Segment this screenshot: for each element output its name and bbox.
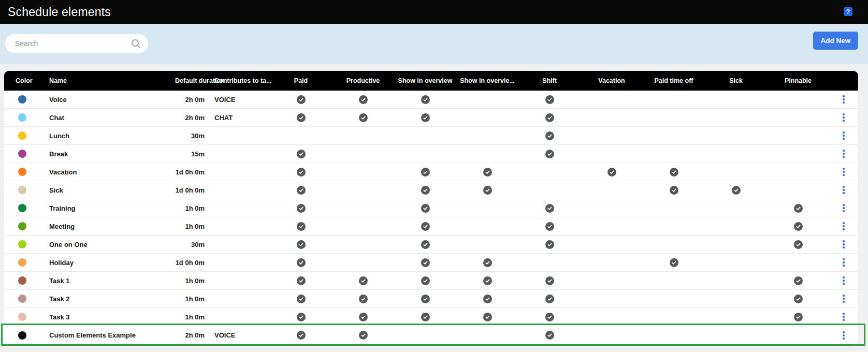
checkmark-icon <box>670 168 678 177</box>
flag-cell-paid <box>270 331 332 340</box>
color-cell <box>4 131 35 140</box>
row-menu-kebab-icon[interactable] <box>840 202 848 214</box>
element-color-dot <box>18 168 26 176</box>
row-menu-kebab-icon[interactable] <box>840 93 848 106</box>
flag-cell-shift <box>518 294 581 303</box>
checkmark-icon <box>483 258 492 267</box>
help-icon[interactable]: ? <box>844 7 852 16</box>
checkmark-icon <box>421 204 430 213</box>
contributes-to-tag: VOICE <box>205 96 270 104</box>
row-actions-cell <box>829 256 858 269</box>
table-row[interactable]: Chat2h 0mCHAT <box>4 109 858 127</box>
table-row[interactable]: Task 31h 0m <box>4 308 858 326</box>
checkmark-icon <box>483 313 492 321</box>
checkmark-icon <box>297 186 306 195</box>
row-menu-kebab-icon[interactable] <box>840 238 848 251</box>
table-row[interactable]: Lunch30m <box>4 127 858 145</box>
table-row[interactable]: Custom Elements Example2h 0mVOICE <box>4 326 858 344</box>
flag-cell-productive <box>332 294 394 303</box>
column-header-paid: Paid <box>270 77 332 84</box>
flag-cell-show-in-overvie <box>456 167 518 176</box>
row-actions-cell <box>829 166 858 178</box>
checkmark-icon <box>794 222 803 231</box>
column-header-name: Name <box>35 77 175 84</box>
checkmark-icon <box>297 95 306 104</box>
color-cell <box>4 186 35 195</box>
color-cell <box>4 331 35 340</box>
table-row[interactable]: Task 11h 0m <box>4 272 858 290</box>
contributes-to-tag: CHAT <box>205 114 270 122</box>
table-row[interactable]: One on One30m <box>4 236 858 254</box>
flag-cell-shift <box>518 331 581 340</box>
search-input[interactable] <box>5 34 148 53</box>
element-color-dot <box>18 240 26 248</box>
checkmark-icon <box>545 295 554 303</box>
checkmark-icon <box>359 276 368 285</box>
column-header-sick: Sick <box>705 77 767 84</box>
table-row[interactable]: Voice2h 0mVOICE <box>4 91 858 109</box>
flag-cell-productive <box>332 113 394 122</box>
table-row[interactable]: Holiday1d 0h 0m <box>4 254 858 272</box>
table-row[interactable]: Training1h 0m <box>4 199 858 217</box>
flag-cell-shift <box>518 149 581 158</box>
row-menu-kebab-icon[interactable] <box>840 148 848 160</box>
flag-cell-shift <box>518 276 581 285</box>
default-duration: 30m <box>175 241 205 248</box>
element-color-dot <box>18 150 26 158</box>
element-color-dot <box>18 222 26 230</box>
row-menu-kebab-icon[interactable] <box>840 166 848 178</box>
checkmark-icon <box>297 168 306 177</box>
row-actions-cell <box>829 129 858 142</box>
row-actions-cell <box>829 111 858 124</box>
row-menu-kebab-icon[interactable] <box>840 274 848 287</box>
checkmark-icon <box>545 222 554 231</box>
flag-cell-show-in-overview <box>394 312 456 321</box>
flag-cell-paid-time-off <box>643 185 705 194</box>
table-row[interactable]: Vacation1d 0h 0m <box>4 163 858 181</box>
flag-cell-paid <box>270 312 332 321</box>
flag-cell-pinnable <box>767 222 829 230</box>
flag-cell-productive <box>332 312 394 321</box>
color-cell <box>4 258 35 267</box>
flag-cell-paid <box>270 185 332 194</box>
default-duration: 1h 0m <box>175 295 205 303</box>
row-actions-cell <box>829 148 858 160</box>
row-actions-cell <box>829 184 858 196</box>
row-menu-kebab-icon[interactable] <box>840 292 848 305</box>
color-cell <box>4 276 35 285</box>
checkmark-icon <box>670 186 678 195</box>
row-actions-cell <box>829 292 858 305</box>
row-menu-kebab-icon[interactable] <box>840 329 848 342</box>
element-color-dot <box>18 113 26 122</box>
row-menu-kebab-icon[interactable] <box>840 311 848 323</box>
add-new-button[interactable]: Add New <box>813 32 858 50</box>
table-row[interactable]: Sick1d 0h 0m <box>4 181 858 199</box>
row-menu-kebab-icon[interactable] <box>840 256 848 269</box>
schedule-elements-table: ColorNameDefault durationContributes to … <box>4 71 858 344</box>
element-name: Training <box>35 204 175 212</box>
checkmark-icon <box>297 240 306 249</box>
checkmark-icon <box>483 186 492 195</box>
checkmark-icon <box>359 331 368 340</box>
table-row[interactable]: Break15m <box>4 145 858 163</box>
column-header-default-duration: Default duration <box>175 77 205 84</box>
flag-cell-shift <box>518 222 581 230</box>
element-name: Voice <box>35 96 175 104</box>
table-row[interactable]: Meeting1h 0m <box>4 217 858 236</box>
row-menu-kebab-icon[interactable] <box>840 111 848 124</box>
row-menu-kebab-icon[interactable] <box>840 220 848 232</box>
checkmark-icon <box>545 240 554 249</box>
flag-cell-vacation <box>581 167 643 176</box>
flag-cell-paid <box>270 240 332 248</box>
flag-cell-show-in-overvie <box>456 294 518 303</box>
flag-cell-show-in-overvie <box>456 312 518 321</box>
element-color-dot <box>18 331 26 340</box>
flag-cell-paid <box>270 203 332 212</box>
row-menu-kebab-icon[interactable] <box>840 129 848 142</box>
color-cell <box>4 150 35 158</box>
checkmark-icon <box>421 222 430 231</box>
row-menu-kebab-icon[interactable] <box>840 184 848 196</box>
flag-cell-paid <box>270 167 332 176</box>
table-row[interactable]: Task 21h 0m <box>4 290 858 308</box>
checkmark-icon <box>794 313 803 321</box>
